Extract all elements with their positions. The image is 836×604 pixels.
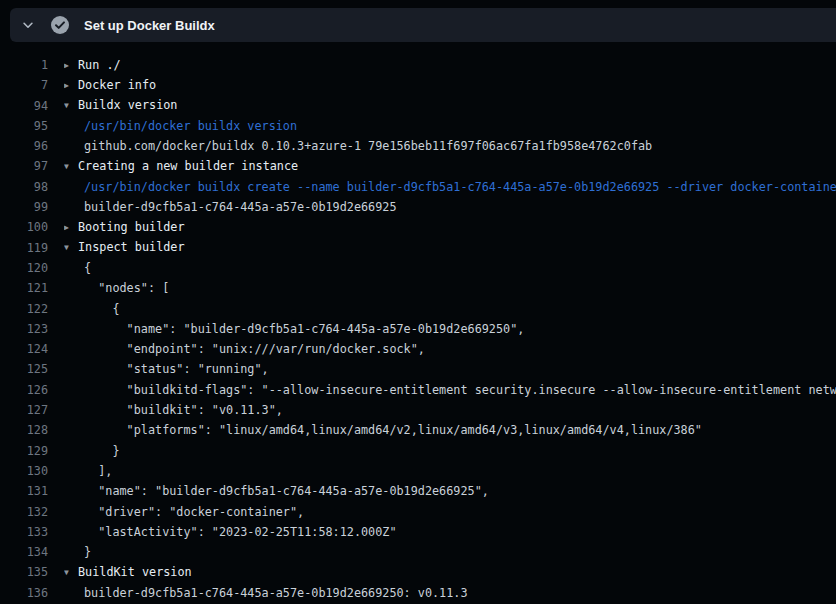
triangle-right-icon: ▶ xyxy=(64,218,78,238)
log-output-text: "status": "running", xyxy=(64,359,269,379)
line-number[interactable]: 131 xyxy=(0,481,48,501)
log-output-text: "driver": "docker-container", xyxy=(64,502,304,522)
line-number[interactable]: 122 xyxy=(0,299,48,319)
chevron-down-icon[interactable] xyxy=(20,17,36,33)
log-group-header[interactable]: ▼Creating a new builder instance xyxy=(64,156,298,177)
log-line: 94▼Buildx version xyxy=(0,96,836,116)
log-line: 129 } xyxy=(0,441,836,461)
log-line: 135▼BuildKit version xyxy=(0,562,836,582)
line-number[interactable]: 94 xyxy=(0,96,48,116)
line-number[interactable]: 134 xyxy=(0,542,48,562)
log-group-title: Booting builder xyxy=(78,220,185,234)
line-number[interactable]: 97 xyxy=(0,156,48,176)
log-output-text: "endpoint": "unix:///var/run/docker.sock… xyxy=(64,339,425,359)
line-number[interactable]: 128 xyxy=(0,420,48,440)
line-number[interactable]: 136 xyxy=(0,583,48,603)
log-output-text: "buildkitd-flags": "--allow-insecure-ent… xyxy=(64,380,836,400)
log-group-title: Buildx version xyxy=(78,98,177,112)
log-line: 120{ xyxy=(0,258,836,278)
line-number[interactable]: 121 xyxy=(0,278,48,298)
line-number[interactable]: 126 xyxy=(0,380,48,400)
log-line: 99builder-d9cfb5a1-c764-445a-a57e-0b19d2… xyxy=(0,197,836,217)
line-number[interactable]: 119 xyxy=(0,238,48,258)
triangle-right-icon: ▶ xyxy=(64,56,78,76)
log-output-text: "nodes": [ xyxy=(64,278,169,298)
line-number[interactable]: 129 xyxy=(0,441,48,461)
log-group-header[interactable]: ▶Booting builder xyxy=(64,217,185,238)
triangle-down-icon: ▼ xyxy=(64,157,78,177)
log-line: 131 "name": "builder-d9cfb5a1-c764-445a-… xyxy=(0,481,836,501)
log-line: 133 "lastActivity": "2023-02-25T11:58:12… xyxy=(0,522,836,542)
line-number[interactable]: 135 xyxy=(0,562,48,582)
line-number[interactable]: 127 xyxy=(0,400,48,420)
log-output-text: "lastActivity": "2023-02-25T11:58:12.000… xyxy=(64,522,397,542)
log-output-text: "buildkit": "v0.11.3", xyxy=(64,400,283,420)
line-number[interactable]: 130 xyxy=(0,461,48,481)
line-number[interactable]: 100 xyxy=(0,217,48,237)
log-group-title: Docker info xyxy=(78,78,156,92)
line-number[interactable]: 99 xyxy=(0,197,48,217)
log-group-header[interactable]: ▶Run ./ xyxy=(64,55,121,76)
log-output-text: github.com/docker/buildx 0.10.3+azure-1 … xyxy=(64,136,652,156)
step-header-set-up-docker-buildx[interactable]: Set up Docker Buildx xyxy=(10,8,836,42)
log-line: 119▼Inspect builder xyxy=(0,238,836,258)
triangle-down-icon: ▼ xyxy=(64,238,78,258)
log-command-text: /usr/bin/docker buildx version xyxy=(64,116,297,136)
log-output-text: } xyxy=(64,441,120,461)
log-command-text: /usr/bin/docker buildx create --name bui… xyxy=(64,177,836,197)
line-number[interactable]: 98 xyxy=(0,177,48,197)
line-number[interactable]: 132 xyxy=(0,502,48,522)
log-line: 121 "nodes": [ xyxy=(0,278,836,298)
line-number[interactable]: 1 xyxy=(0,55,48,75)
check-circle-icon xyxy=(50,15,70,35)
log-output-text: } xyxy=(64,542,91,562)
line-number[interactable]: 133 xyxy=(0,522,48,542)
log-group-title: Creating a new builder instance xyxy=(78,159,298,173)
log-output-text: ], xyxy=(64,461,112,481)
log-line: 97▼Creating a new builder instance xyxy=(0,156,836,176)
line-number[interactable]: 123 xyxy=(0,319,48,339)
log-line: 124 "endpoint": "unix:///var/run/docker.… xyxy=(0,339,836,359)
triangle-down-icon: ▼ xyxy=(64,563,78,583)
triangle-right-icon: ▶ xyxy=(64,76,78,96)
line-number[interactable]: 96 xyxy=(0,136,48,156)
log-output-text: { xyxy=(64,299,120,319)
log-line: 128 "platforms": "linux/amd64,linux/amd6… xyxy=(0,420,836,440)
log-line: 125 "status": "running", xyxy=(0,359,836,379)
log-line: 134} xyxy=(0,542,836,562)
log-line: 122 { xyxy=(0,299,836,319)
line-number[interactable]: 120 xyxy=(0,258,48,278)
log-line: 127 "buildkit": "v0.11.3", xyxy=(0,400,836,420)
log-output-text: builder-d9cfb5a1-c764-445a-a57e-0b19d2e6… xyxy=(64,197,397,217)
log-group-header[interactable]: ▼BuildKit version xyxy=(64,562,192,583)
log-group-header[interactable]: ▶Docker info xyxy=(64,75,156,96)
line-number[interactable]: 125 xyxy=(0,359,48,379)
log-line: 98/usr/bin/docker buildx create --name b… xyxy=(0,177,836,197)
triangle-down-icon: ▼ xyxy=(64,96,78,116)
log-output-text: "name": "builder-d9cfb5a1-c764-445a-a57e… xyxy=(64,319,524,339)
log-line: 100▶Booting builder xyxy=(0,217,836,237)
line-number[interactable]: 124 xyxy=(0,339,48,359)
log-output-text: { xyxy=(64,258,91,278)
line-number[interactable]: 7 xyxy=(0,75,48,95)
log-line: 123 "name": "builder-d9cfb5a1-c764-445a-… xyxy=(0,319,836,339)
log-line: 126 "buildkitd-flags": "--allow-insecure… xyxy=(0,380,836,400)
log-line: 1▶Run ./ xyxy=(0,55,836,75)
log-line: 7▶Docker info xyxy=(0,75,836,95)
log-output-text: "name": "builder-d9cfb5a1-c764-445a-a57e… xyxy=(64,481,489,501)
log-viewer: 1▶Run ./7▶Docker info94▼Buildx version95… xyxy=(0,42,836,604)
log-line: 136builder-d9cfb5a1-c764-445a-a57e-0b19d… xyxy=(0,583,836,603)
log-group-header[interactable]: ▼Buildx version xyxy=(64,95,177,116)
log-line: 95/usr/bin/docker buildx version xyxy=(0,116,836,136)
log-output-text: builder-d9cfb5a1-c764-445a-a57e-0b19d2e6… xyxy=(64,583,468,603)
log-line: 130 ], xyxy=(0,461,836,481)
log-output-text: "platforms": "linux/amd64,linux/amd64/v2… xyxy=(64,420,702,440)
log-line: 132 "driver": "docker-container", xyxy=(0,502,836,522)
log-line: 96github.com/docker/buildx 0.10.3+azure-… xyxy=(0,136,836,156)
log-group-title: Run ./ xyxy=(78,58,121,72)
line-number[interactable]: 95 xyxy=(0,116,48,136)
log-group-title: BuildKit version xyxy=(78,565,192,579)
log-group-header[interactable]: ▼Inspect builder xyxy=(64,237,185,258)
log-group-title: Inspect builder xyxy=(78,240,185,254)
step-title: Set up Docker Buildx xyxy=(84,18,215,33)
